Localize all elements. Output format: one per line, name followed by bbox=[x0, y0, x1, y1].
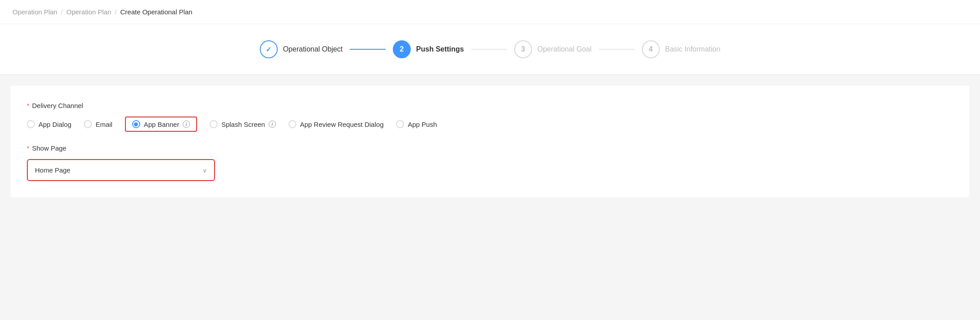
step-4-label: Basic Information bbox=[665, 45, 721, 53]
main-content: * Delivery Channel App Dialog Email App … bbox=[11, 86, 969, 197]
chevron-down-icon: ∨ bbox=[202, 167, 207, 174]
breadcrumb: Operation Plan / Operation Plan / Create… bbox=[0, 0, 980, 24]
show-page-section: * Show Page Home Page ∨ bbox=[27, 144, 953, 181]
radio-input-app-review[interactable] bbox=[288, 120, 297, 128]
connector-2-3 bbox=[471, 49, 507, 50]
step-4[interactable]: 4 Basic Information bbox=[642, 40, 721, 58]
radio-app-banner[interactable]: App Banner i bbox=[125, 117, 197, 132]
radio-label-app-banner: App Banner bbox=[144, 121, 179, 128]
stepper-section: ✓ Operational Object 2 Push Settings 3 O… bbox=[0, 24, 980, 75]
breadcrumb-sep-1: / bbox=[61, 8, 63, 16]
breadcrumb-item-1[interactable]: Operation Plan bbox=[13, 8, 57, 16]
breadcrumb-sep-2: / bbox=[115, 8, 116, 16]
step-2[interactable]: 2 Push Settings bbox=[393, 40, 464, 58]
delivery-channel-label: * Delivery Channel bbox=[27, 102, 953, 109]
stepper: ✓ Operational Object 2 Push Settings 3 O… bbox=[260, 40, 721, 58]
step-1-circle: ✓ bbox=[260, 40, 278, 58]
breadcrumb-item-2[interactable]: Operation Plan bbox=[66, 8, 111, 16]
step-1-label: Operational Object bbox=[283, 45, 343, 53]
step-3[interactable]: 3 Operational Goal bbox=[514, 40, 592, 58]
radio-email[interactable]: Email bbox=[84, 120, 112, 128]
radio-splash-screen[interactable]: Splash Screen i bbox=[210, 120, 276, 128]
step-1[interactable]: ✓ Operational Object bbox=[260, 40, 343, 58]
radio-input-email[interactable] bbox=[84, 120, 92, 128]
radio-app-push[interactable]: App Push bbox=[396, 120, 437, 128]
radio-input-splash-screen[interactable] bbox=[210, 120, 218, 128]
show-page-value: Home Page bbox=[35, 166, 70, 174]
connector-3-4 bbox=[599, 49, 635, 50]
show-page-label: * Show Page bbox=[27, 144, 953, 152]
info-icon-splash-screen[interactable]: i bbox=[269, 121, 276, 128]
required-star-delivery: * bbox=[27, 102, 29, 109]
radio-app-dialog[interactable]: App Dialog bbox=[27, 120, 71, 128]
radio-input-app-dialog[interactable] bbox=[27, 120, 35, 128]
required-star-show-page: * bbox=[27, 145, 29, 152]
show-page-select[interactable]: Home Page ∨ bbox=[27, 159, 215, 181]
step-2-label: Push Settings bbox=[416, 45, 464, 53]
delivery-channel-radio-group: App Dialog Email App Banner i Splash Scr… bbox=[27, 117, 953, 132]
delivery-channel-section: * Delivery Channel App Dialog Email App … bbox=[27, 102, 953, 132]
step-4-circle: 4 bbox=[642, 40, 660, 58]
connector-1-2 bbox=[350, 49, 386, 50]
radio-app-review[interactable]: App Review Request Dialog bbox=[288, 120, 384, 128]
radio-input-app-push[interactable] bbox=[396, 120, 404, 128]
step-2-circle: 2 bbox=[393, 40, 411, 58]
breadcrumb-item-3: Create Operational Plan bbox=[120, 8, 193, 16]
radio-input-app-banner[interactable] bbox=[132, 120, 140, 128]
radio-label-email: Email bbox=[95, 121, 112, 128]
radio-label-app-push: App Push bbox=[408, 121, 437, 128]
step-3-label: Operational Goal bbox=[537, 45, 592, 53]
radio-label-app-dialog: App Dialog bbox=[39, 121, 71, 128]
info-icon-app-banner[interactable]: i bbox=[183, 121, 190, 128]
step-3-circle: 3 bbox=[514, 40, 532, 58]
radio-label-app-review: App Review Request Dialog bbox=[300, 121, 384, 128]
radio-label-splash-screen: Splash Screen bbox=[221, 121, 265, 128]
